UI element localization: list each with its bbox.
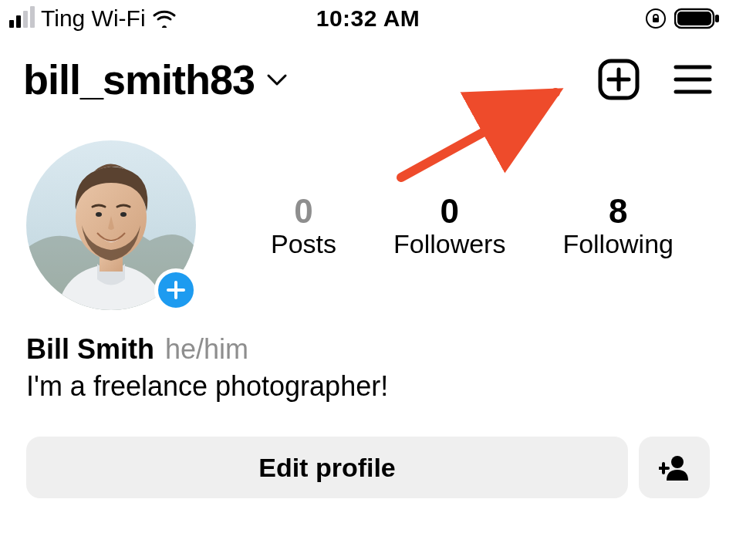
username-switcher[interactable]: bill_smith83 <box>23 56 289 103</box>
add-story-button[interactable] <box>154 268 198 312</box>
status-right <box>645 8 721 29</box>
edit-profile-button[interactable]: Edit profile <box>26 437 628 498</box>
profile-row: 0 Posts 0 Followers 8 Following <box>0 103 736 310</box>
menu-button[interactable] <box>673 62 713 96</box>
stat-posts-value: 0 <box>294 192 312 231</box>
status-bar: Ting Wi-Fi 10:32 AM <box>0 0 736 34</box>
status-left: Ting Wi-Fi <box>9 5 177 32</box>
profile-header: bill_smith83 <box>0 34 736 103</box>
svg-rect-4 <box>715 15 719 22</box>
profile-bio: Bill Smith he/him I'm a freelance photog… <box>0 310 736 403</box>
cellular-signal-icon <box>9 9 35 28</box>
stat-posts-label: Posts <box>271 229 336 259</box>
rotation-lock-icon <box>645 8 667 29</box>
battery-icon <box>674 8 721 29</box>
discover-people-button[interactable] <box>639 437 710 498</box>
clock-time: 10:32 AM <box>316 5 420 32</box>
bio-text: I'm a freelance photographer! <box>26 370 710 403</box>
profile-stats: 0 Posts 0 Followers 8 Following <box>196 192 710 259</box>
pronouns: he/him <box>165 333 248 366</box>
wifi-icon <box>152 9 177 28</box>
svg-rect-1 <box>653 18 659 22</box>
bio-name-line: Bill Smith he/him <box>26 333 710 366</box>
stat-followers-value: 0 <box>440 192 458 231</box>
carrier-label: Ting Wi-Fi <box>41 5 146 32</box>
svg-point-18 <box>671 456 684 468</box>
username-label: bill_smith83 <box>23 56 255 103</box>
stat-followers[interactable]: 0 Followers <box>393 192 505 259</box>
svg-point-15 <box>120 212 127 217</box>
stat-following-label: Following <box>562 229 674 259</box>
svg-point-14 <box>96 212 102 217</box>
add-person-icon <box>659 454 690 481</box>
stat-following-value: 8 <box>609 192 627 231</box>
header-actions <box>597 58 713 101</box>
stat-following[interactable]: 8 Following <box>562 192 674 259</box>
stat-followers-label: Followers <box>393 229 505 259</box>
display-name: Bill Smith <box>26 333 154 366</box>
profile-actions: Edit profile <box>0 403 736 498</box>
avatar-wrap[interactable] <box>26 140 196 310</box>
stat-posts[interactable]: 0 Posts <box>271 192 336 259</box>
chevron-down-icon <box>265 72 289 87</box>
plus-icon <box>165 279 187 301</box>
svg-rect-3 <box>677 12 711 25</box>
create-post-button[interactable] <box>597 58 640 101</box>
